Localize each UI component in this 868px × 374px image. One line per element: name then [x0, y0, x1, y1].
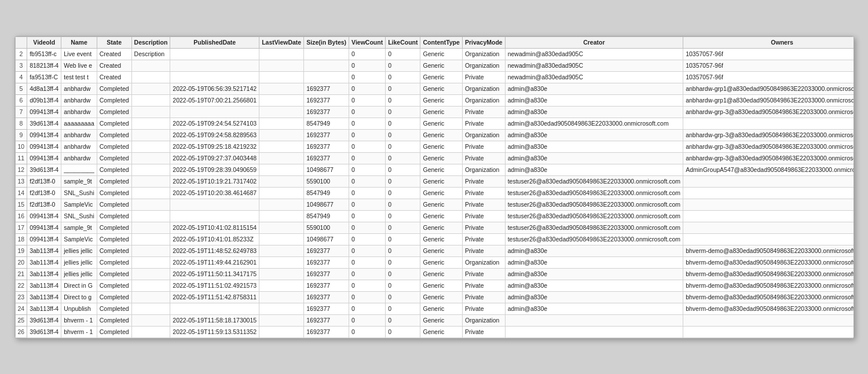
table-cell: Generic: [420, 71, 462, 83]
table-row: 15f2df13ff-0SampleVicCompleted1049867700…: [15, 199, 854, 210]
table-cell: 2022-05-19T09:25:18.4219232: [170, 141, 259, 152]
row-number: 12: [15, 164, 27, 175]
table-cell: 2022-05-19T11:49:44.2162901: [170, 256, 259, 268]
table-cell: Generic: [420, 129, 462, 141]
table-cell: [259, 141, 304, 152]
table-cell: Private: [462, 233, 505, 245]
table-row: 6d09b13ff-4anbhardwCompleted2022-05-19T0…: [15, 94, 854, 106]
table-cell: [259, 303, 304, 314]
column-header-videoid: VideoId: [27, 36, 61, 48]
table-cell: admin@a830e: [505, 106, 683, 118]
table-cell: Created: [97, 71, 131, 83]
table-cell: 0: [349, 129, 386, 141]
table-cell: 8547949: [304, 187, 349, 199]
table-row: 203ab113ff-4jellies jellicCompleted2022-…: [15, 256, 854, 268]
table-cell: Generic: [420, 141, 462, 152]
table-cell: [131, 326, 170, 338]
table-cell: 099413ff-4: [27, 106, 61, 118]
table-cell: bhverm-demo@a830edad9050849863E22033000.…: [683, 245, 854, 256]
table-cell: 1692377: [304, 268, 349, 280]
row-number: 8: [15, 118, 27, 129]
table-cell: testuser26@a830edad9050849863E22033000.o…: [505, 233, 683, 245]
table-cell: Completed: [97, 268, 131, 280]
row-number: 4: [15, 71, 27, 83]
table-cell: [131, 141, 170, 152]
table-cell: [170, 210, 259, 222]
column-header-viewcount: ViewCount: [349, 36, 386, 48]
table-cell: 0: [386, 106, 420, 118]
row-number: 15: [15, 199, 27, 210]
table-cell: [683, 199, 854, 210]
table-cell: testuser26@a830edad9050849863E22033000.o…: [505, 210, 683, 222]
table-row: 2539d613ff-4bhverm - 1Completed2022-05-1…: [15, 314, 854, 326]
spreadsheet-wrapper[interactable]: VideoIdNameStateDescriptionPublishedDate…: [15, 36, 854, 338]
table-cell: 10498677: [304, 233, 349, 245]
table-cell: Private: [462, 280, 505, 291]
table-cell: anbhardw-grp1@a830edad9050849863E2203300…: [683, 94, 854, 106]
column-header-contenttype: ContentType: [420, 36, 462, 48]
table-cell: [683, 187, 854, 199]
table-cell: Organization: [462, 129, 505, 141]
table-cell: 0: [386, 60, 420, 71]
table-cell: 0: [386, 164, 420, 175]
table-cell: 10357057-96f: [683, 48, 854, 60]
spreadsheet-container: VideoIdNameStateDescriptionPublishedDate…: [14, 36, 854, 339]
table-cell: 1692377: [304, 141, 349, 152]
row-number: 23: [15, 291, 27, 303]
table-cell: 099413ff-4: [27, 210, 61, 222]
table-cell: anbhardw: [61, 152, 97, 164]
table-cell: [304, 60, 349, 71]
table-cell: admin@a830e: [505, 83, 683, 94]
table-cell: admin@a830e: [505, 268, 683, 280]
table-cell: [170, 48, 259, 60]
table-cell: Generic: [420, 118, 462, 129]
table-cell: 0: [349, 83, 386, 94]
table-cell: bhverm-demo@a830edad9050849863E22033000.…: [683, 291, 854, 303]
table-cell: 1692377: [304, 129, 349, 141]
table-cell: bhverm-demo@a830edad9050849863E22033000.…: [683, 280, 854, 291]
table-cell: testuser26@a830edad9050849863E22033000.o…: [505, 199, 683, 210]
table-cell: Completed: [97, 256, 131, 268]
table-cell: Completed: [97, 303, 131, 314]
table-cell: 2022-05-19T11:58:18.1730015: [170, 314, 259, 326]
table-cell: Generic: [420, 268, 462, 280]
table-cell: Generic: [420, 94, 462, 106]
table-cell: Completed: [97, 222, 131, 233]
table-cell: AdminGroupA547@a830edad9050849863E220330…: [683, 164, 854, 175]
table-cell: anbhardw-grp-3@a830edad9050849863E220330…: [683, 106, 854, 118]
table-cell: [259, 175, 304, 187]
table-cell: 2022-05-19T09:28:39.0490659: [170, 164, 259, 175]
table-cell: [131, 233, 170, 245]
table-cell: [259, 245, 304, 256]
table-cell: 0: [386, 141, 420, 152]
table-cell: 1692377: [304, 326, 349, 338]
table-cell: [259, 314, 304, 326]
table-cell: Organization: [462, 83, 505, 94]
table-cell: anbhardw: [61, 106, 97, 118]
table-cell: 099413ff-4: [27, 129, 61, 141]
table-cell: [131, 152, 170, 164]
row-number: 13: [15, 175, 27, 187]
table-cell: Completed: [97, 94, 131, 106]
table-cell: Private: [462, 199, 505, 210]
row-number: 9: [15, 129, 27, 141]
table-cell: [505, 314, 683, 326]
table-cell: Organization: [462, 256, 505, 268]
table-row: 193ab113ff-4jellies jellicCompleted2022-…: [15, 245, 854, 256]
table-cell: 2022-05-19T09:24:54.5274103: [170, 118, 259, 129]
table-cell: admin@a830e: [505, 280, 683, 291]
table-cell: Generic: [420, 152, 462, 164]
table-row: 839d613ff-4aaaaaaaaaCompleted2022-05-19T…: [15, 118, 854, 129]
table-cell: jellies jellic: [61, 245, 97, 256]
table-cell: Completed: [97, 175, 131, 187]
table-row: 18099413ff-4SampleVicCompleted2022-05-19…: [15, 233, 854, 245]
table-cell: 2022-05-19T11:50:11.3417175: [170, 268, 259, 280]
column-header-lastviewdate: LastViewDate: [259, 36, 304, 48]
table-cell: Generic: [420, 303, 462, 314]
table-cell: 099413ff-4: [27, 222, 61, 233]
row-number: 19: [15, 245, 27, 256]
table-cell: 0: [349, 48, 386, 60]
table-cell: Completed: [97, 129, 131, 141]
table-cell: [131, 314, 170, 326]
table-cell: Direct to g: [61, 291, 97, 303]
